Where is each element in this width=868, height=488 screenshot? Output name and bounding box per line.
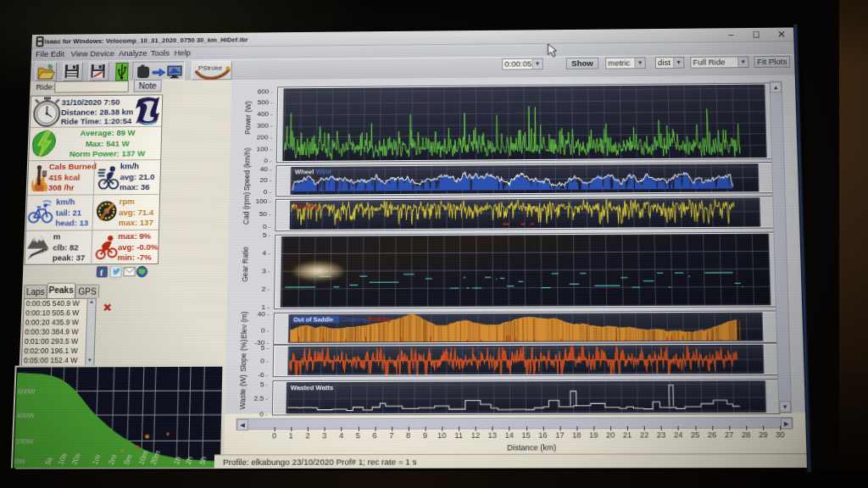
svg-text:600W: 600W (17, 387, 36, 396)
svg-text:Wasted Watts: Wasted Watts (291, 384, 334, 392)
svg-text:Out of Saddle: Out of Saddle (293, 316, 333, 323)
svg-text:Wheel: Wheel (295, 168, 314, 175)
svg-text:PStroke: PStroke (198, 64, 223, 72)
svg-text:400W: 400W (16, 412, 35, 420)
svg-text:Braking: Braking (368, 316, 391, 324)
svg-text:200W: 200W (15, 437, 34, 446)
svg-text:0W: 0W (14, 458, 25, 466)
svg-text:Wind: Wind (316, 168, 332, 175)
svg-text:Drafting: Drafting (294, 202, 319, 210)
svg-text:Coasting: Coasting (341, 316, 367, 324)
